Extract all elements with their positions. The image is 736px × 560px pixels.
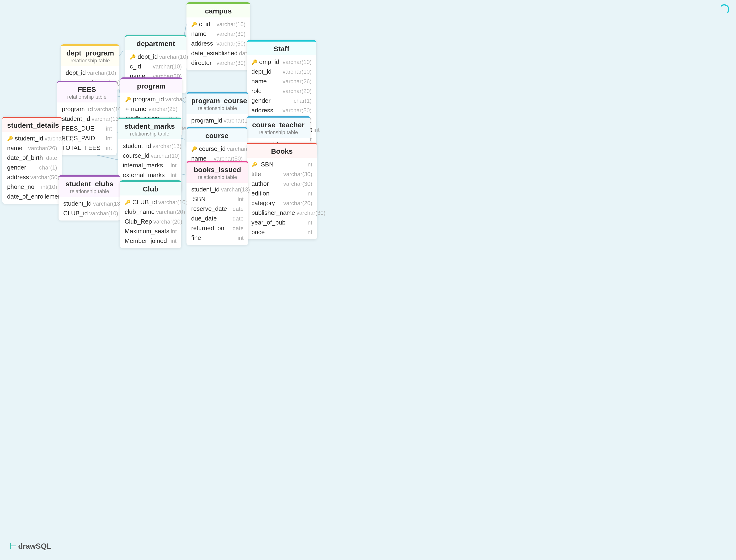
table-row: club_name varchar(20) xyxy=(120,207,181,217)
key-icon: 🔑 xyxy=(7,136,13,141)
table-student-details-header: student_details xyxy=(2,117,62,132)
field-name: ISBN xyxy=(259,161,305,168)
table-row: Member_joined int xyxy=(120,236,181,246)
key-icon: 🔑 xyxy=(130,54,136,60)
field-type: varchar(30) xyxy=(283,181,312,187)
table-row: price int xyxy=(247,227,317,237)
table-row: FEES_DUE int xyxy=(57,124,117,133)
table-books-issued-name: books_issued xyxy=(191,166,244,174)
table-course-teacher-header: course_teacher relationship table xyxy=(247,116,310,138)
table-club: Club 🔑 CLUB_id varchar(10) club_name var… xyxy=(120,180,181,248)
field-name: title xyxy=(252,170,282,178)
field-type: int xyxy=(171,172,177,178)
table-dept-program-subtitle: relationship table xyxy=(66,58,115,64)
field-name: date_established xyxy=(191,50,238,57)
field-type: varchar(13) xyxy=(153,143,182,149)
field-type: varchar(13) xyxy=(93,200,122,207)
logo-text: drawSQL xyxy=(18,542,51,550)
loading-icon xyxy=(719,4,729,15)
table-fees-header: FEES relationship table xyxy=(57,81,117,102)
field-type: int xyxy=(106,145,112,151)
field-type: varchar(30) xyxy=(297,210,326,216)
field-name: edition xyxy=(252,190,305,197)
table-row: internal_marks int xyxy=(118,161,181,170)
table-books-issued-body: student_id varchar(13) ISBN int reserve_… xyxy=(187,183,248,245)
field-name: author xyxy=(252,180,282,187)
field-name: name xyxy=(191,30,215,38)
field-name: student_id xyxy=(191,186,220,193)
field-type: int xyxy=(171,228,177,235)
table-row: student_id varchar(13) xyxy=(118,141,181,151)
field-name: name xyxy=(131,105,147,113)
table-student-clubs-subtitle: relationship table xyxy=(63,188,116,195)
field-type: varchar(10) xyxy=(217,21,246,28)
field-name: dept_id xyxy=(138,53,158,60)
field-type: varchar(10) xyxy=(89,210,118,217)
field-type: int xyxy=(106,135,112,142)
key-icon: 🔑 xyxy=(125,97,131,102)
field-type: char(1) xyxy=(294,98,312,104)
field-name: dept_id xyxy=(66,69,86,76)
table-row: address varchar(50) xyxy=(187,39,250,48)
field-name: emp_id xyxy=(259,58,281,66)
table-row: category varchar(20) xyxy=(247,198,317,208)
table-program-course-subtitle: relationship table xyxy=(191,105,244,111)
field-type: varchar(20) xyxy=(283,200,312,207)
table-student-details-body: 🔑 student_id varchar(13) name varchar(26… xyxy=(2,132,62,204)
field-type: varchar(10) xyxy=(87,70,116,76)
table-row: gender char(1) xyxy=(247,96,316,106)
field-type: varchar(30) xyxy=(217,31,246,37)
field-type: int xyxy=(307,229,312,236)
table-campus-name: campus xyxy=(191,7,246,15)
table-student-marks-subtitle: relationship table xyxy=(123,131,177,137)
field-name: gender xyxy=(252,97,292,104)
table-row: fine int xyxy=(187,233,248,243)
field-type: int xyxy=(238,235,244,241)
table-row: Maximum_seats int xyxy=(120,226,181,236)
field-name: category xyxy=(252,199,282,207)
table-dept-program-header: dept_program relationship table xyxy=(61,44,119,66)
table-row: phone_no int(10) xyxy=(2,182,62,192)
key-icon: 🔑 xyxy=(252,59,257,65)
field-name: student_id xyxy=(15,135,43,142)
field-type: int xyxy=(307,219,312,226)
field-type: varchar(10) xyxy=(158,199,188,206)
field-name: TOTAL_FEES xyxy=(62,144,105,152)
table-row: 🔑 dept_id varchar(10) xyxy=(125,52,187,62)
table-row: edition int xyxy=(247,189,317,198)
table-course-name: course xyxy=(191,132,243,140)
field-name: Member_joined xyxy=(125,237,169,245)
table-staff-name: Staff xyxy=(252,45,312,53)
table-row: name varchar(26) xyxy=(2,143,62,153)
field-type: date xyxy=(233,225,244,232)
table-program-header: program xyxy=(120,77,182,93)
field-name: dept_id xyxy=(252,68,281,75)
field-name: internal_marks xyxy=(123,162,169,169)
field-type: int(10) xyxy=(41,184,57,190)
table-student-clubs-header: student_clubs relationship table xyxy=(59,175,120,197)
field-type: date xyxy=(233,215,244,222)
table-staff-header: Staff xyxy=(247,40,316,55)
field-type: varchar(26) xyxy=(28,145,57,152)
field-name: role xyxy=(252,87,281,95)
field-type: char(1) xyxy=(39,164,57,171)
table-books-issued: books_issued relationship table student_… xyxy=(187,161,248,245)
field-name: name xyxy=(252,78,281,85)
field-type: varchar(10) xyxy=(159,54,188,60)
table-course-header: course xyxy=(187,127,247,142)
field-name: fine xyxy=(191,234,236,242)
table-row: publisher_name varchar(30) xyxy=(247,208,317,218)
table-student-clubs-name: student_clubs xyxy=(63,180,116,188)
field-name: name xyxy=(7,144,27,152)
field-name: address xyxy=(191,40,215,47)
table-campus-body: 🔑 c_id varchar(10) name varchar(30) addr… xyxy=(187,17,250,70)
field-type: date xyxy=(233,206,244,212)
table-fees: FEES relationship table program_id varch… xyxy=(57,81,117,155)
field-name: c_id xyxy=(130,63,151,70)
field-type: int xyxy=(106,125,112,132)
field-name: address xyxy=(7,174,29,181)
field-name: reserve_date xyxy=(191,205,231,212)
table-row: name varchar(26) xyxy=(247,76,316,86)
field-type: varchar(10) xyxy=(151,153,180,159)
field-type: date xyxy=(46,155,57,161)
